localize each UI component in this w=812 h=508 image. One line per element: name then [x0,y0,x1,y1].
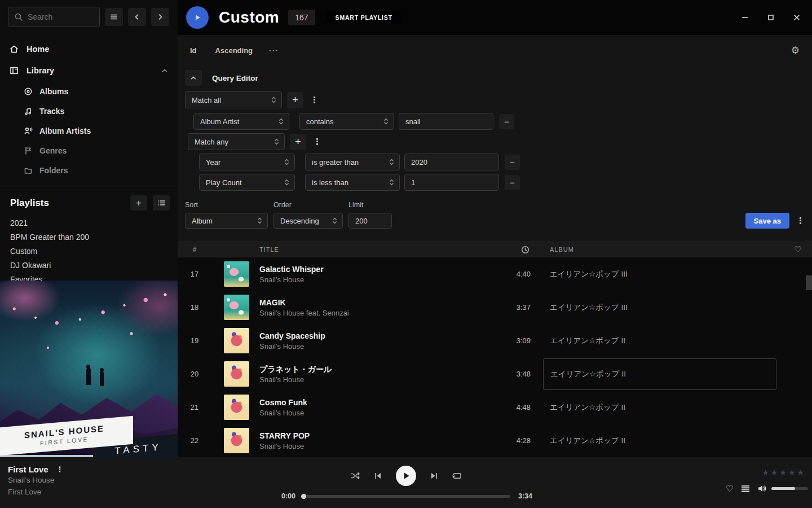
now-playing-info: First Love ⋮ Snail’s House First Love [8,465,64,498]
track-row[interactable]: 22 STARRY POP Snail’s House 4:28 エイリアン☆ポ… [178,424,812,457]
plus-icon: + [295,136,301,148]
remove-rule-button[interactable]: − [505,155,520,170]
sort-select[interactable]: Album [185,213,268,229]
track-row[interactable]: 17 Galactic Whisper Snail’s House 4:40 エ… [178,257,812,291]
remove-rule-button[interactable]: − [505,175,520,190]
playlist-list-button[interactable] [153,195,170,211]
repeat-button[interactable] [452,471,462,480]
rule-value-input[interactable] [404,154,499,170]
volume-icon[interactable] [757,484,767,493]
sidebar-item-folders[interactable]: Folders [0,160,178,180]
play-pause-button[interactable] [396,466,416,486]
search-field[interactable] [28,12,94,21]
group-options-button[interactable]: ⋮ [313,137,321,147]
rule-operator-select[interactable]: is less than [305,174,400,191]
save-as-button[interactable]: Save as [745,213,789,229]
chevron-up-icon[interactable] [161,67,169,75]
column-number[interactable]: # [178,246,211,253]
rating-stars: ★ ★ ★ ★ ★ [762,468,804,477]
forward-button[interactable] [151,8,169,26]
skip-previous-icon [374,472,382,480]
rating-star[interactable]: ★ [779,468,787,477]
limit-input[interactable] [348,213,392,229]
sidebar-item-home[interactable]: Home [0,38,178,60]
track-album[interactable]: エイリアン☆ポップ II [543,358,776,390]
play-playlist-button[interactable] [186,6,209,29]
rating-star[interactable]: ★ [788,468,796,477]
rule-field-select[interactable]: Year [199,154,295,170]
now-playing-options-button[interactable]: ⋮ [56,465,64,474]
add-rule-button[interactable]: + [290,134,306,150]
rule-value-input[interactable] [404,174,499,191]
next-button[interactable] [430,472,438,480]
sidebar-item-tracks[interactable]: Tracks [0,101,178,121]
playlist-item[interactable]: BPM Greater than 200 [0,230,178,244]
volume-slider[interactable] [771,487,808,490]
rule-value-input[interactable] [399,113,493,130]
maximize-button[interactable] [762,9,779,26]
sidebar-item-album-artists[interactable]: Album Artists [0,121,178,141]
rule-field-select[interactable]: Album Artist [193,113,289,130]
track-artist: Snail’s House feat. Sennzai [259,308,493,318]
track-row[interactable]: 21 Cosmo Funk Snail’s House 4:48 エイリアン☆ポ… [178,391,812,424]
search-input[interactable] [8,7,100,27]
add-rule-button[interactable]: + [287,92,303,108]
track-album: エイリアン☆ポップ II [543,325,776,357]
match-type-select[interactable]: Match all [185,91,282,108]
track-thumbnail [224,328,249,353]
scrollbar-thumb[interactable] [806,275,812,290]
sidebar-item-label: Tracks [39,107,64,116]
artwork-figure [86,368,91,385]
previous-button[interactable] [374,472,382,480]
playlists-title: Playlists [10,198,125,209]
seek-knob[interactable] [301,494,306,499]
track-duration: 3:37 [493,303,531,312]
rule-operator-select[interactable]: is greater than [305,154,400,170]
more-options-button[interactable]: ⋯ [268,45,279,56]
close-button[interactable] [788,9,805,26]
track-row[interactable]: 18 MAGIK Snail’s House feat. Sennzai 3:3… [178,291,812,324]
menu-button[interactable] [105,8,123,26]
queue-icon[interactable] [741,485,750,493]
sidebar-item-library[interactable]: Library [0,60,178,81]
column-title[interactable]: TITLE [259,246,493,253]
track-row[interactable]: 20 プラネット・ガール Snail’s House 3:48 エイリアン☆ポッ… [178,357,812,391]
clock-icon[interactable] [521,246,531,254]
select-updown-icon [389,178,394,186]
playlist-item[interactable]: Custom [0,244,178,259]
back-button[interactable] [128,8,146,26]
collapse-query-editor-button[interactable] [185,70,202,86]
sidebar-item-albums[interactable]: Albums [0,81,178,101]
rule-field-select[interactable]: Play Count [199,174,295,191]
track-album: エイリアン☆ポップ III [543,259,776,290]
sort-field-button[interactable]: Id [190,46,197,55]
rule-operator-select[interactable]: contains [299,113,394,130]
list-toolbar: Id Ascending ⋯ ⚙ [178,35,812,65]
rating-star[interactable]: ★ [771,468,778,477]
heart-icon[interactable]: ♡ [794,244,801,255]
column-album[interactable]: ALBUM [550,246,784,253]
order-select[interactable]: Descending [273,213,343,229]
sidebar-item-label: Genres [39,146,67,155]
playlist-item[interactable]: 2021 [0,216,178,230]
sort-order-button[interactable]: Ascending [215,46,253,55]
save-options-button[interactable]: ⋮ [796,216,804,226]
group-options-button[interactable]: ⋮ [310,95,318,105]
favorite-heart-icon[interactable]: ♡ [726,483,734,494]
close-icon [793,14,801,21]
minimize-button[interactable] [736,9,753,26]
app-window: Home Library Albums Tracks [0,0,812,508]
playlist-item[interactable]: DJ Okawari [0,259,178,273]
gear-icon[interactable]: ⚙ [791,45,800,56]
shuffle-button[interactable] [350,471,360,480]
sidebar-item-genres[interactable]: Genres [0,141,178,160]
add-playlist-button[interactable]: + [130,195,147,211]
rating-star[interactable]: ★ [762,468,769,477]
seek-slider[interactable] [302,495,510,498]
track-row[interactable]: 19 Candy Spaceship Snail’s House 3:09 エイ… [178,324,812,357]
library-icon [9,65,19,76]
match-type-select[interactable]: Match any [188,133,285,150]
remove-rule-button[interactable]: − [499,114,514,129]
now-playing-album: First Love [8,486,64,498]
rating-star[interactable]: ★ [797,468,804,477]
